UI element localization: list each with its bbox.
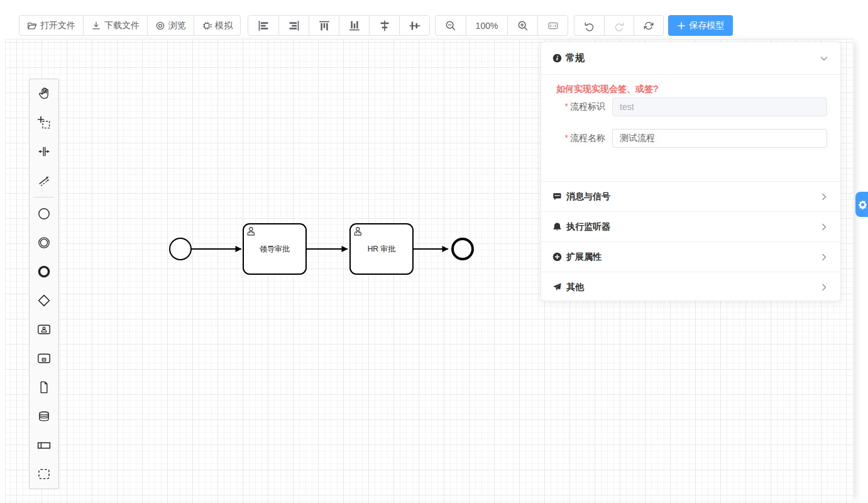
redo-button[interactable] [604,16,634,35]
restart-button[interactable] [634,16,663,35]
required-asterisk: * [565,101,568,111]
global-connect-tool[interactable] [30,166,58,195]
info-icon [552,53,562,63]
section-title: 其他 [566,282,584,293]
align-top-icon [317,19,331,33]
create-participant[interactable] [30,431,58,460]
chevron-right-icon [819,252,829,262]
section-title: 扩展属性 [566,252,602,263]
end-event-node[interactable] [453,239,473,259]
zoom-out-icon [444,19,458,33]
bell-icon [552,222,562,231]
plus-icon [677,21,686,30]
align-right-icon [287,19,301,33]
preview-button[interactable]: 浏览 [147,16,194,35]
folder-open-icon [27,21,37,31]
participant-icon [36,438,52,453]
zoom-reset-button[interactable] [537,16,568,35]
restart-icon [642,19,656,33]
required-asterisk: * [565,133,568,143]
start-event-node[interactable] [170,238,191,260]
simulate-chip-icon [202,21,212,31]
save-model-label: 保存模型 [689,20,725,31]
align-left-button[interactable] [248,16,278,35]
space-tool-icon [36,144,52,159]
user-task-node-2[interactable]: HR 审批 [350,224,413,274]
message-icon [552,192,562,201]
section-title: 消息与信号 [566,191,610,202]
file-button-group: 打开文件 下载文件 浏览 模拟 [19,15,241,36]
space-tool[interactable] [30,137,58,166]
create-user-task[interactable] [30,315,58,344]
zoom-level: 100% [466,16,507,35]
align-center-horizontal-button[interactable] [369,16,399,35]
undo-icon [583,19,596,33]
align-bottom-icon [348,19,361,33]
connect-tool-icon [36,173,52,188]
process-name-label: *流程名称 [556,133,605,144]
align-right-button[interactable] [278,16,309,35]
align-top-button[interactable] [309,16,339,35]
section-general-title: 常规 [566,52,585,64]
section-extended-properties[interactable]: 扩展属性 [541,241,840,272]
simulate-button[interactable]: 模拟 [194,16,240,35]
zoom-in-button[interactable] [507,16,537,35]
align-bottom-button[interactable] [339,16,369,35]
section-title-wrap: 其他 [552,282,584,293]
section-execution-listeners[interactable]: 执行监听器 [541,211,840,241]
process-name-row: *流程名称 [556,129,827,148]
create-group[interactable] [30,460,58,489]
create-data-store[interactable] [30,402,58,431]
task-label: 领导审批 [259,245,290,253]
create-end-event[interactable] [30,257,58,286]
data-store-icon [36,409,52,424]
lasso-icon [36,115,52,130]
chevron-down-icon [819,53,829,64]
create-gateway[interactable] [30,286,58,315]
task-label: HR 审批 [368,245,396,253]
align-middle-vertical-button[interactable] [399,16,429,35]
properties-panel: 常规 如何实现实现会签、或签? *流程标识 *流程名称 消息与信号 [541,41,841,301]
preview-label: 浏览 [168,20,186,31]
lasso-tool[interactable] [30,108,58,137]
gear-icon [858,200,867,209]
download-file-label: 下载文件 [104,20,140,31]
save-model-button[interactable]: 保存模型 [668,15,733,36]
user-task-node-1[interactable]: 领导审批 [243,224,306,274]
align-left-icon [256,19,270,33]
general-form: 如何实现实现会签、或签? *流程标识 *流程名称 [541,75,840,181]
create-start-event[interactable] [30,199,58,228]
start-event-icon [36,206,52,221]
palette-separator [33,197,55,197]
undo-button[interactable] [574,16,604,35]
countersign-help-link[interactable]: 如何实现实现会签、或签? [556,84,659,95]
create-intermediate-event[interactable] [30,228,58,257]
data-object-icon [36,380,52,395]
create-subprocess[interactable] [30,344,58,373]
redo-icon [612,19,626,33]
chevron-right-icon [819,282,829,292]
simulate-label: 模拟 [215,20,233,31]
bpmn-designer-app: 打开文件 下载文件 浏览 模拟 [0,0,868,503]
zoom-button-group: 100% [435,15,568,36]
section-other[interactable]: 其他 [541,272,840,302]
settings-tab-button[interactable] [855,192,868,217]
process-id-input[interactable] [612,97,827,116]
bpmn-palette [29,79,59,489]
section-general-header[interactable]: 常规 [541,42,840,75]
process-id-label: *流程标识 [556,101,605,113]
user-task-icon [36,322,52,337]
zoom-out-button[interactable] [436,16,466,35]
download-file-button[interactable]: 下载文件 [83,16,147,35]
create-data-object[interactable] [30,373,58,402]
process-name-input[interactable] [612,129,827,148]
section-messages-signals[interactable]: 消息与信号 [541,181,840,211]
send-icon [552,282,562,292]
history-button-group [574,15,664,36]
process-id-row: *流程标识 [556,97,827,116]
hand-tool[interactable] [30,79,58,108]
end-event-icon [36,264,52,279]
open-file-button[interactable]: 打开文件 [19,16,83,35]
intermediate-event-icon [36,235,52,250]
group-icon [36,467,52,482]
